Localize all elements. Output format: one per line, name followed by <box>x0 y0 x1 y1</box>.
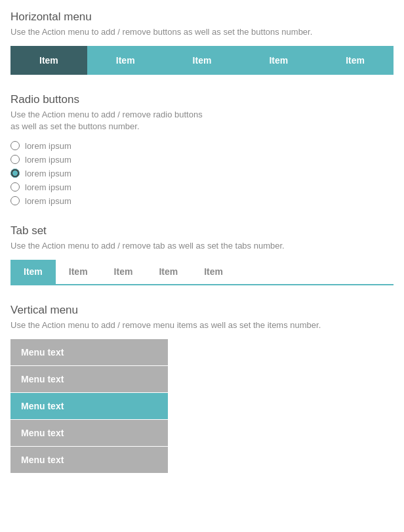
vertical-menu-item-0[interactable]: Menu text <box>10 339 168 366</box>
vertical-menu-item-4[interactable]: Menu text <box>10 447 168 474</box>
radio-label-1: lorem ipsum <box>25 155 71 165</box>
vertical-menu-desc: Use the Action menu to add / remove menu… <box>10 319 394 331</box>
radio-item-2[interactable]: lorem ipsum <box>10 169 394 178</box>
radio-label-0: lorem ipsum <box>25 141 71 151</box>
tab-set-section: Tab set Use the Action menu to add / rem… <box>10 224 394 285</box>
horizontal-menu: ItemItemItemItemItem <box>10 46 394 75</box>
radio-buttons-title: Radio buttons <box>10 93 394 106</box>
tab-set: ItemItemItemItemItem <box>10 260 394 285</box>
radio-item-4[interactable]: lorem ipsum <box>10 196 394 206</box>
radio-input-2[interactable] <box>10 169 20 178</box>
tab-item-1[interactable]: Item <box>56 260 101 285</box>
radio-buttons-desc: Use the Action menu to add / remove radi… <box>10 109 394 133</box>
tab-item-4[interactable]: Item <box>191 260 236 285</box>
vertical-menu-item-1[interactable]: Menu text <box>10 366 168 393</box>
radio-label-3: lorem ipsum <box>25 182 71 192</box>
horizontal-menu-item-2[interactable]: Item <box>164 46 241 75</box>
radio-item-1[interactable]: lorem ipsum <box>10 155 394 165</box>
radio-label-4: lorem ipsum <box>25 196 71 206</box>
vertical-menu: Menu textMenu textMenu textMenu textMenu… <box>10 339 168 474</box>
horizontal-menu-desc: Use the Action menu to add / remove butt… <box>10 26 394 38</box>
tab-set-desc: Use the Action menu to add / remove tab … <box>10 240 394 252</box>
vertical-menu-item-3[interactable]: Menu text <box>10 420 168 447</box>
horizontal-menu-section: Horizontal menu Use the Action menu to a… <box>10 10 394 75</box>
vertical-menu-title: Vertical menu <box>10 304 394 317</box>
tab-item-2[interactable]: Item <box>101 260 146 285</box>
tab-item-3[interactable]: Item <box>146 260 191 285</box>
radio-input-1[interactable] <box>10 155 20 164</box>
radio-item-0[interactable]: lorem ipsum <box>10 141 394 151</box>
vertical-menu-item-2[interactable]: Menu text <box>10 393 168 420</box>
radio-input-0[interactable] <box>10 141 20 150</box>
horizontal-menu-item-4[interactable]: Item <box>317 46 394 75</box>
horizontal-menu-item-0[interactable]: Item <box>10 46 87 75</box>
vertical-menu-section: Vertical menu Use the Action menu to add… <box>10 304 394 474</box>
radio-buttons-section: Radio buttons Use the Action menu to add… <box>10 93 394 205</box>
radio-label-2: lorem ipsum <box>25 169 71 178</box>
tab-set-title: Tab set <box>10 224 394 237</box>
tab-item-0[interactable]: Item <box>10 260 56 285</box>
horizontal-menu-item-3[interactable]: Item <box>240 46 317 75</box>
radio-group: lorem ipsumlorem ipsumlorem ipsumlorem i… <box>10 141 394 206</box>
radio-input-3[interactable] <box>10 182 20 192</box>
radio-item-3[interactable]: lorem ipsum <box>10 182 394 192</box>
horizontal-menu-item-1[interactable]: Item <box>87 46 164 75</box>
horizontal-menu-title: Horizontal menu <box>10 10 394 24</box>
radio-input-4[interactable] <box>10 196 20 205</box>
